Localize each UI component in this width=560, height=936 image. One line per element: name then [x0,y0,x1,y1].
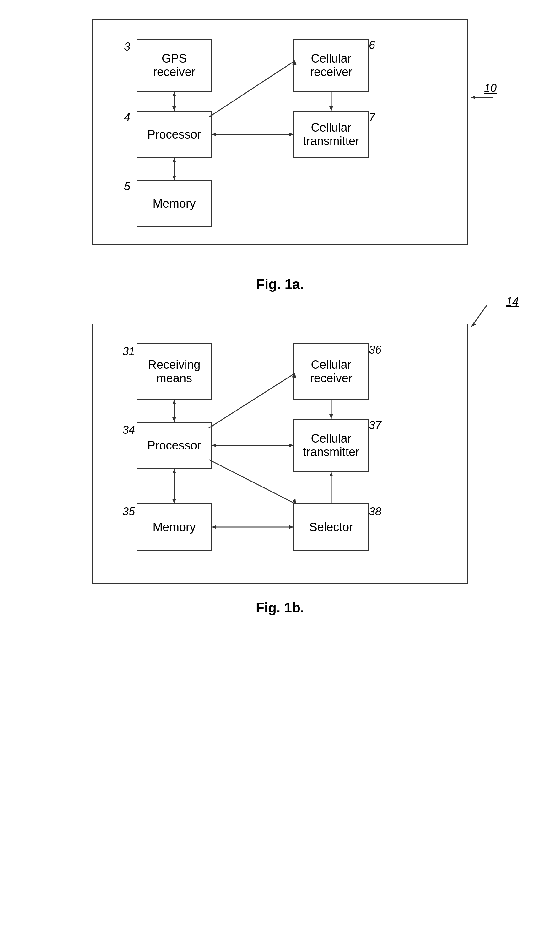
svg-marker-18 [172,400,176,404]
svg-marker-36 [329,472,333,476]
memory-ref-1a: 5 [124,180,130,193]
svg-marker-12 [329,106,333,111]
svg-marker-21 [289,444,294,447]
svg-line-33 [209,460,296,504]
memory-block-1b: Memory [137,504,212,550]
processor-label-1a: Processor [147,128,201,141]
svg-marker-7 [212,133,216,136]
svg-marker-22 [212,444,216,447]
cellular-transmitter-ref-1b: 37 [369,419,382,432]
cellular-receiver-label-1b: Cellularreceiver [310,358,352,385]
svg-marker-6 [289,133,294,136]
processor-block-1b: Processor [137,422,212,469]
cellular-transmitter-block-1a: Cellulartransmitter [294,111,369,158]
cellular-transmitter-label-1b: Cellulartransmitter [303,432,359,459]
fig1a-label: Fig. 1a. [256,276,304,292]
svg-marker-19 [172,418,176,422]
svg-marker-24 [172,469,176,473]
cellular-receiver-label-1a: Cellularreceiver [310,52,352,79]
svg-marker-32 [212,525,216,529]
svg-marker-3 [172,92,176,96]
diagram2-box: Receivingmeans 31 Cellularreceiver 36 Pr… [92,324,468,584]
selector-block: Selector [294,504,369,550]
svg-marker-9 [172,158,176,162]
arrow-to-diagram1 [468,88,506,107]
svg-marker-16 [471,322,476,327]
fig1b-label: Fig. 1b. [256,600,304,615]
cellular-receiver-block-1b: Cellularreceiver [294,343,369,400]
receiving-means-ref: 31 [122,345,135,358]
memory-label-1a: Memory [152,197,195,210]
svg-marker-31 [289,525,294,529]
svg-line-13 [209,61,295,117]
cellular-transmitter-label-1a: Cellulartransmitter [303,121,359,148]
memory-block-1a: Memory [137,180,212,227]
gps-receiver-block: GPSreceiver [137,39,212,92]
arrow-to-diagram2 [468,302,506,333]
diagram2-ref-14-container: 14 [506,295,518,308]
svg-marker-27 [329,414,333,419]
cellular-transmitter-ref-1a: 7 [369,111,375,124]
svg-line-28 [209,373,295,428]
svg-marker-10 [172,176,176,180]
processor-ref-1a: 4 [124,111,130,124]
processor-ref-1b: 34 [122,423,135,436]
diagram2-ref-14: 14 [506,295,518,308]
gps-receiver-label: GPSreceiver [153,52,195,79]
processor-block-1a: Processor [137,111,212,158]
receiving-means-block: Receivingmeans [137,343,212,400]
svg-marker-25 [172,499,176,504]
gps-ref: 3 [124,40,130,53]
svg-marker-1 [471,96,475,99]
selector-ref: 38 [369,505,382,518]
cellular-receiver-ref-1b: 36 [369,343,382,356]
memory-ref-1b: 35 [122,505,135,518]
svg-marker-4 [172,106,176,111]
memory-label-1b: Memory [152,520,195,534]
receiving-means-label: Receivingmeans [148,358,201,385]
cellular-receiver-ref-1a: 6 [369,39,375,52]
selector-label: Selector [309,520,353,534]
diagram1-box: GPSreceiver 3 Cellularreceiver 6 Process… [92,19,468,245]
cellular-receiver-block-1a: Cellularreceiver [294,39,369,92]
cellular-transmitter-block-1b: Cellulartransmitter [294,419,369,472]
processor-label-1b: Processor [147,439,201,452]
